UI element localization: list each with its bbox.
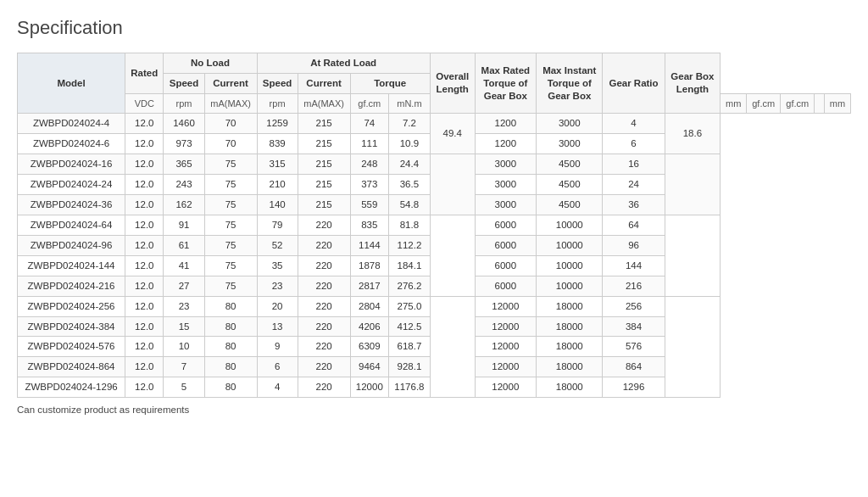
cell-torque-mn: 54.8 <box>389 194 431 215</box>
cell-voltage: 12.0 <box>125 134 164 154</box>
cell-voltage: 12.0 <box>125 215 164 235</box>
cell-gear-ratio: 864 <box>603 357 665 377</box>
cell-model: ZWBPD024024-864 <box>18 357 125 377</box>
cell-ar-speed: 35 <box>257 255 298 276</box>
cell-torque-mn: 618.7 <box>389 337 431 357</box>
unit-gb-length: mm <box>824 93 850 113</box>
cell-max-instant: 3000 <box>537 134 603 154</box>
cell-ar-speed: 20 <box>257 296 298 316</box>
cell-ar-current: 215 <box>298 194 350 215</box>
cell-ar-current: 220 <box>298 296 350 316</box>
cell-torque-gf: 373 <box>350 174 388 194</box>
cell-model: ZWBPD024024-64 <box>18 215 125 235</box>
cell-torque-mn: 1176.8 <box>389 377 431 398</box>
cell-overall: 49.4 <box>430 114 475 154</box>
cell-max-instant: 4500 <box>537 174 603 194</box>
cell-ar-current: 220 <box>298 337 350 357</box>
cell-max-instant: 4500 <box>537 194 603 215</box>
cell-ar-current: 215 <box>298 174 350 194</box>
cell-model: ZWBPD024024-576 <box>18 337 125 357</box>
unit-nl-current: mA(MAX) <box>204 93 257 113</box>
cell-nl-speed: 61 <box>164 235 204 255</box>
cell-gear-ratio: 144 <box>603 255 665 276</box>
cell-torque-mn: 10.9 <box>389 134 431 154</box>
cell-model: ZWBPD024024-216 <box>18 276 125 296</box>
cell-gear-ratio: 1296 <box>603 377 665 398</box>
cell-model: ZWBPD024024-1296 <box>18 377 125 398</box>
cell-max-rated: 3000 <box>475 154 536 175</box>
col-nl-speed: Speed <box>164 73 204 93</box>
cell-nl-speed: 7 <box>164 357 204 377</box>
cell-nl-speed: 365 <box>164 154 204 175</box>
cell-torque-mn: 36.5 <box>389 174 431 194</box>
col-gear-ratio: Gear Ratio <box>603 53 665 114</box>
table-row: ZWBPD024024-25612.02380202202804275.0120… <box>18 296 851 316</box>
cell-nl-speed: 1460 <box>164 114 204 134</box>
cell-gb-length <box>665 215 721 296</box>
cell-gear-ratio: 64 <box>603 215 665 235</box>
cell-max-rated: 6000 <box>475 235 536 255</box>
cell-gb-length <box>665 154 721 215</box>
spec-table-wrapper: Model Rated No Load At Rated Load Overal… <box>17 53 851 398</box>
cell-gear-ratio: 256 <box>603 296 665 316</box>
cell-nl-current: 75 <box>204 154 257 175</box>
page-title: Specification <box>17 17 851 39</box>
unit-gear-ratio <box>815 93 825 113</box>
cell-nl-current: 70 <box>204 134 257 154</box>
cell-voltage: 12.0 <box>125 174 164 194</box>
cell-nl-speed: 15 <box>164 316 204 337</box>
cell-torque-mn: 112.2 <box>389 235 431 255</box>
cell-model: ZWBPD024024-16 <box>18 154 125 175</box>
cell-model: ZWBPD024024-4 <box>18 114 125 134</box>
cell-nl-current: 80 <box>204 316 257 337</box>
cell-overall <box>430 154 475 215</box>
cell-max-instant: 18000 <box>537 357 603 377</box>
cell-max-instant: 10000 <box>537 255 603 276</box>
cell-voltage: 12.0 <box>125 235 164 255</box>
cell-overall <box>430 215 475 296</box>
cell-nl-speed: 162 <box>164 194 204 215</box>
cell-max-rated: 12000 <box>475 377 536 398</box>
cell-gb-length: 18.6 <box>665 114 721 154</box>
cell-torque-gf: 12000 <box>350 377 388 398</box>
cell-torque-gf: 248 <box>350 154 388 175</box>
cell-ar-current: 220 <box>298 255 350 276</box>
cell-nl-current: 80 <box>204 337 257 357</box>
cell-torque-gf: 2817 <box>350 276 388 296</box>
cell-max-instant: 18000 <box>537 316 603 337</box>
table-row: ZWBPD024024-6412.091757922083581.8600010… <box>18 215 851 235</box>
cell-max-rated: 6000 <box>475 255 536 276</box>
col-gb-length: Gear BoxLength <box>665 53 721 114</box>
cell-ar-current: 215 <box>298 114 350 134</box>
cell-ar-speed: 1259 <box>257 114 298 134</box>
cell-torque-gf: 74 <box>350 114 388 134</box>
cell-max-rated: 3000 <box>475 194 536 215</box>
cell-ar-speed: 6 <box>257 357 298 377</box>
cell-torque-gf: 111 <box>350 134 388 154</box>
cell-ar-speed: 839 <box>257 134 298 154</box>
cell-voltage: 12.0 <box>125 154 164 175</box>
cell-torque-mn: 24.4 <box>389 154 431 175</box>
cell-voltage: 12.0 <box>125 377 164 398</box>
cell-nl-current: 80 <box>204 357 257 377</box>
cell-ar-speed: 210 <box>257 174 298 194</box>
cell-max-rated: 6000 <box>475 215 536 235</box>
cell-gear-ratio: 384 <box>603 316 665 337</box>
cell-gear-ratio: 24 <box>603 174 665 194</box>
cell-ar-speed: 23 <box>257 276 298 296</box>
cell-ar-current: 220 <box>298 235 350 255</box>
cell-max-instant: 10000 <box>537 276 603 296</box>
unit-voltage: VDC <box>125 93 164 113</box>
cell-gear-ratio: 16 <box>603 154 665 175</box>
cell-torque-gf: 9464 <box>350 357 388 377</box>
cell-max-instant: 10000 <box>537 235 603 255</box>
col-overall-length: OverallLength <box>430 53 475 114</box>
cell-max-rated: 1200 <box>475 114 536 134</box>
cell-torque-mn: 928.1 <box>389 357 431 377</box>
table-body: ZWBPD024024-412.01460701259215747.249.41… <box>18 114 851 398</box>
cell-torque-gf: 1878 <box>350 255 388 276</box>
cell-max-rated: 6000 <box>475 276 536 296</box>
cell-torque-mn: 7.2 <box>389 114 431 134</box>
cell-nl-current: 75 <box>204 255 257 276</box>
table-row: ZWBPD024024-412.01460701259215747.249.41… <box>18 114 851 134</box>
